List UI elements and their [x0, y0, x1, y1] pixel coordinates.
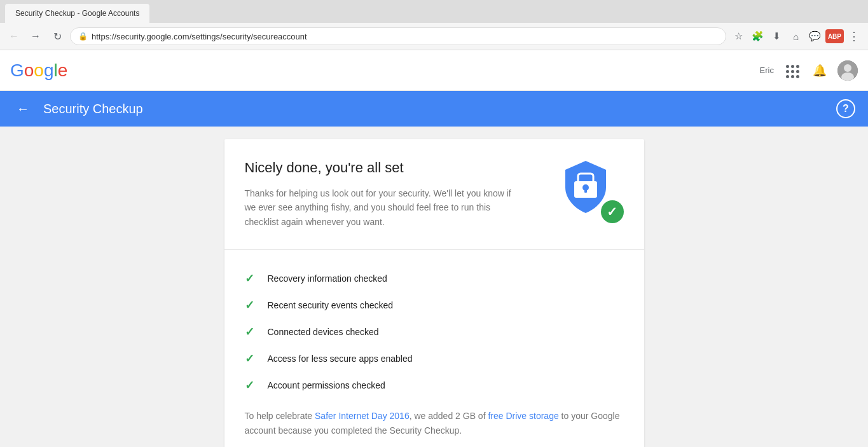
svg-rect-6	[584, 188, 587, 193]
help-icon: ?	[843, 103, 849, 114]
google-logo[interactable]: Google	[10, 60, 67, 81]
apps-dot	[786, 65, 789, 68]
address-bar[interactable]: 🔒 https://security.google.com/settings/s…	[70, 27, 726, 45]
check-item-3: ✓ Connected devices checked	[245, 319, 624, 345]
header-right: Eric 🔔	[760, 60, 858, 81]
checkmark-icon-2: ✓	[245, 298, 258, 312]
apps-dot	[791, 65, 794, 68]
check-item-1: ✓ Recovery information checked	[245, 265, 624, 292]
back-browser-button[interactable]: ←	[5, 27, 23, 45]
svg-point-1	[844, 64, 851, 72]
success-badge: ✓	[601, 200, 624, 223]
card-title: Nicely done, you're all set	[245, 160, 512, 176]
back-to-security-button[interactable]: ←	[13, 99, 33, 119]
browser-toolbar: ← → ↻ 🔒 https://security.google.com/sett…	[0, 23, 868, 50]
avatar[interactable]	[837, 60, 858, 81]
free-drive-storage-link[interactable]: free Drive storage	[488, 411, 558, 421]
apps-dot	[786, 70, 789, 73]
storage-notice-middle: , we added 2 GB of	[410, 411, 488, 421]
logo-e: e	[58, 60, 68, 81]
checkmark-icon-1: ✓	[245, 272, 258, 285]
check-label-4: Access for less secure apps enabled	[268, 354, 413, 364]
checkmark-icon-3: ✓	[245, 325, 258, 339]
security-bar-title: Security Checkup	[43, 102, 826, 116]
security-bar: ← Security Checkup ?	[0, 91, 868, 127]
bookmark-button[interactable]: ☆	[730, 27, 748, 45]
card-header: Nicely done, you're all set Thanks for h…	[224, 139, 644, 250]
apps-dot	[796, 70, 799, 73]
notifications-button[interactable]: 🔔	[809, 60, 830, 81]
logo-o1: o	[24, 60, 34, 81]
lock-icon: 🔒	[78, 32, 88, 41]
back-arrow-icon: ←	[17, 102, 29, 116]
user-name: Eric	[760, 65, 774, 75]
security-card: Nicely done, you're all set Thanks for h…	[224, 139, 644, 447]
shield-container: ✓	[560, 160, 624, 223]
check-item-2: ✓ Recent security events checked	[245, 292, 624, 319]
check-item-4: ✓ Access for less secure apps enabled	[245, 345, 624, 372]
google-apps-button[interactable]	[782, 60, 802, 81]
reload-button[interactable]: ↻	[48, 27, 66, 45]
safer-internet-day-link[interactable]: Safer Internet Day 2016	[315, 411, 410, 421]
main-content: Nicely done, you're all set Thanks for h…	[0, 127, 868, 447]
help-button[interactable]: ?	[836, 99, 855, 118]
tab-title: Security Checkup - Google Accounts	[15, 9, 139, 18]
check-label-1: Recovery information checked	[268, 273, 387, 284]
active-tab: Security Checkup - Google Accounts	[5, 4, 149, 23]
checklist: ✓ Recovery information checked ✓ Recent …	[224, 250, 644, 447]
checkmark-icon-5: ✓	[245, 378, 258, 392]
apps-dot	[791, 75, 794, 78]
storage-notice: To help celebrate Safer Internet Day 201…	[245, 409, 624, 437]
home-button[interactable]: ⌂	[787, 27, 805, 45]
apps-dot	[786, 75, 789, 78]
extensions-button[interactable]: 🧩	[749, 27, 767, 45]
apps-dot	[796, 65, 799, 68]
storage-notice-prefix: To help celebrate	[245, 411, 315, 421]
card-header-text: Nicely done, you're all set Thanks for h…	[245, 160, 512, 229]
check-item-5: ✓ Account permissions checked	[245, 372, 624, 399]
checkmark-icon-4: ✓	[245, 352, 258, 366]
apps-dot	[796, 75, 799, 78]
logo-g: G	[10, 60, 24, 81]
toolbar-icons: ☆ 🧩 ⬇ ⌂ 💬 ABP ⋮	[730, 27, 863, 45]
forward-browser-button[interactable]: →	[27, 27, 45, 45]
chat-button[interactable]: 💬	[806, 27, 824, 45]
logo-o2: o	[34, 60, 44, 81]
browser-tabs: Security Checkup - Google Accounts	[0, 0, 868, 23]
browser-chrome: Security Checkup - Google Accounts ← → ↻…	[0, 0, 868, 50]
check-label-5: Account permissions checked	[268, 380, 385, 390]
chrome-menu-button[interactable]: ⋮	[845, 27, 863, 45]
logo-g2: g	[44, 60, 54, 81]
card-description: Thanks for helping us look out for your …	[245, 186, 512, 229]
download-button[interactable]: ⬇	[768, 27, 786, 45]
url-text: https://security.google.com/settings/sec…	[92, 32, 307, 41]
adblock-button[interactable]: ABP	[825, 29, 844, 43]
check-label-3: Connected devices checked	[268, 327, 379, 337]
apps-dot	[791, 70, 794, 73]
google-header: Google Eric 🔔	[0, 50, 868, 91]
check-label-2: Recent security events checked	[268, 300, 394, 310]
